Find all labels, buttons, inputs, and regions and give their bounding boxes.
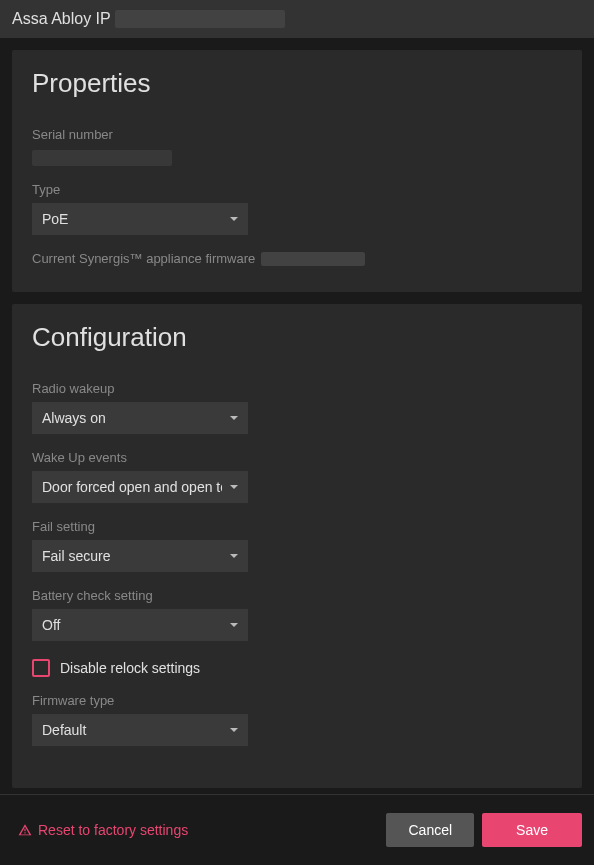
radio-wakeup-dropdown[interactable]: Always on [32, 402, 248, 434]
reset-factory-label: Reset to factory settings [38, 822, 188, 838]
type-value: PoE [42, 211, 222, 227]
fail-setting-value: Fail secure [42, 548, 222, 564]
configuration-title: Configuration [32, 322, 562, 353]
disable-relock-label: Disable relock settings [60, 660, 200, 676]
fail-setting-dropdown[interactable]: Fail secure [32, 540, 248, 572]
battery-check-label: Battery check setting [32, 588, 562, 603]
firmware-type-value: Default [42, 722, 222, 738]
firmware-type-field: Firmware type Default [32, 693, 562, 746]
firmware-line: Current Synergis™ appliance firmware [32, 251, 562, 266]
chevron-down-icon [230, 416, 238, 420]
radio-wakeup-label: Radio wakeup [32, 381, 562, 396]
header-redacted [115, 10, 285, 28]
fail-setting-field: Fail setting Fail secure [32, 519, 562, 572]
type-field: Type PoE [32, 182, 562, 235]
serial-number-value [32, 150, 172, 166]
properties-section: Properties Serial number Type PoE Curren… [12, 50, 582, 292]
disable-relock-checkbox[interactable] [32, 659, 50, 677]
wakeup-events-value: Door forced open and open too long [42, 479, 222, 495]
cancel-button[interactable]: Cancel [386, 813, 474, 847]
battery-check-dropdown[interactable]: Off [32, 609, 248, 641]
wakeup-events-label: Wake Up events [32, 450, 562, 465]
page-header: Assa Abloy IP [0, 0, 594, 38]
chevron-down-icon [230, 728, 238, 732]
chevron-down-icon [230, 554, 238, 558]
type-label: Type [32, 182, 562, 197]
firmware-value-redacted [261, 252, 365, 266]
serial-number-field: Serial number [32, 127, 562, 166]
warning-icon [18, 823, 32, 837]
battery-check-field: Battery check setting Off [32, 588, 562, 641]
type-dropdown[interactable]: PoE [32, 203, 248, 235]
wakeup-events-field: Wake Up events Door forced open and open… [32, 450, 562, 503]
save-button[interactable]: Save [482, 813, 582, 847]
chevron-down-icon [230, 485, 238, 489]
radio-wakeup-field: Radio wakeup Always on [32, 381, 562, 434]
battery-check-value: Off [42, 617, 222, 633]
firmware-label: Current Synergis™ appliance firmware [32, 251, 255, 266]
chevron-down-icon [230, 217, 238, 221]
configuration-section: Configuration Radio wakeup Always on Wak… [12, 304, 582, 788]
fail-setting-label: Fail setting [32, 519, 562, 534]
radio-wakeup-value: Always on [42, 410, 222, 426]
chevron-down-icon [230, 623, 238, 627]
reset-factory-link[interactable]: Reset to factory settings [12, 822, 378, 838]
firmware-type-dropdown[interactable]: Default [32, 714, 248, 746]
footer: Reset to factory settings Cancel Save [0, 794, 594, 865]
firmware-type-label: Firmware type [32, 693, 562, 708]
header-title: Assa Abloy IP [12, 10, 111, 28]
serial-number-label: Serial number [32, 127, 562, 142]
disable-relock-row: Disable relock settings [32, 659, 562, 677]
properties-title: Properties [32, 68, 562, 99]
wakeup-events-dropdown[interactable]: Door forced open and open too long [32, 471, 248, 503]
